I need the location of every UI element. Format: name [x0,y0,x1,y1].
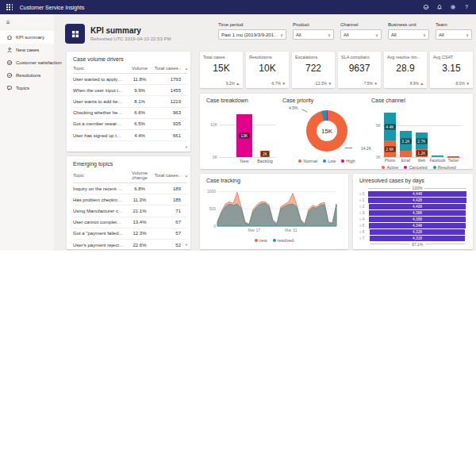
column-header: Volume change [125,171,154,180]
page-header: KPI summary Refreshed UTC 2019-04-10 22:… [65,24,171,44]
kpi-delta-text: -6.7% [271,81,281,86]
funnel-row: ≥ 74,318 [359,236,466,241]
legend-item: new [255,238,267,243]
filter-value: All [344,33,374,37]
app-body: ≡ KPI summaryNew casesCustomer satisfact… [0,14,476,251]
sidebar-item-customer-satisfaction[interactable]: Customer satisfaction [0,56,54,69]
table-row[interactable]: User's payment rejected d...22.6%52 [73,240,187,251]
sidebar-item-resolutions[interactable]: Resolutions [0,69,54,82]
kpi-label: SLA compliant [341,55,378,60]
topic-table: TopicVolume changeTotal cases↓▴Inquiry o… [73,169,187,251]
plot-area: 5K0K2.6K4.4KPhone3.1KEmail1.2K2.7KWebFac… [382,111,462,157]
topbar-icons: ? [423,4,470,10]
kpi-label: Total cases [203,55,240,60]
table-row[interactable]: Checking whether he can t...6.6%963 [73,108,187,119]
scroll-up-icon[interactable]: ▴ [181,67,187,71]
kpi-delta-text: 9.2% [226,81,235,86]
nav-collapse-icon[interactable]: ≡ [0,18,54,31]
total-cases-cell: 57 [154,231,181,236]
filter-team-dropdown[interactable]: All∨ [436,29,472,40]
filter-time-period-dropdown[interactable]: Past 1 mo (2019/3/9-2019/...∨ [218,29,286,40]
legend-label: resolved [278,238,294,243]
home-icon [6,34,13,40]
volume-cell: 12.3% [125,231,154,236]
table-row[interactable]: User wants to add items t...8.1%1219 [73,96,187,107]
table-row[interactable]: Using Manufacturer coup...21.1%71 [73,205,187,217]
help-icon[interactable]: ? [463,4,470,10]
table-row[interactable]: Got a member reward an...6.5%935 [73,119,187,130]
app-launcher-icon[interactable] [6,4,13,10]
svg-text:?: ? [465,4,468,10]
table-row[interactable]: Inquiry on the recent deal...6.8%189 [73,183,187,194]
volume-cell: 6.8% [125,186,154,191]
sidebar-item-new-cases[interactable]: New cases [0,44,54,56]
web-active-segment: 1.2K [416,149,428,157]
kpi-card-resolutions: Resolutions10K-6.7%▼ [246,52,289,88]
phone-active-segment: 2.6K [384,140,396,157]
filter-value: All [439,33,464,37]
funnel-row-label: ≥ 3 [359,211,368,215]
chart-title: Case channel [371,98,466,103]
case-tracking-chart: 10005000Mar 17Mar 31newresolved [206,186,342,243]
kpi-label: Avg resolve time (H) [387,55,424,60]
sidebar-item-kpi-summary[interactable]: KPI summary [0,31,54,44]
kpi-value: 9637 [341,63,378,74]
topic-cell: Got a "payment failed"... [73,231,125,236]
kpi-delta-text: -7.5% [363,81,373,86]
funnel-bar: 4,428 [368,198,466,203]
chart-legend: NormalLowHigh [282,159,371,163]
table-row[interactable]: Got a "payment failed"...12.3%57 [73,228,187,240]
facebook-resolved-segment [432,155,443,156]
kpi-label: Resolutions [249,55,286,60]
main-content: KPI summary Refreshed UTC 2019-04-10 22:… [54,14,476,251]
settings-icon[interactable] [450,4,456,10]
filter-channel: ChannelAll∨ [340,22,382,40]
refresh-timestamp: Refreshed UTC 2019-04-10 22:53 PM [90,36,171,41]
new-cases-icon [6,47,13,53]
kpi-delta-text: 8.9% [410,81,419,86]
table-row[interactable]: User has signed up the ne...4.4%661 [73,130,187,141]
feedback-icon[interactable] [423,4,429,10]
chevron-down-icon: ∨ [328,33,331,37]
topic-cell: User wanted to apply pro... [73,77,125,82]
scroll-up-icon[interactable]: ▴ [181,174,187,178]
filter-label: Product [293,22,334,27]
phone-resolved-segment: 4.4K [384,113,396,140]
top-app-bar: Customer Service Insights ? [0,0,476,14]
measure-label: 100% [410,186,425,190]
funnel-row: ≥ 64,328 [359,229,466,235]
funnel-row: ≥ 04,448 [359,191,466,197]
trend-down-icon: ▼ [328,82,332,86]
sidebar-item-topics[interactable]: Topics [0,82,54,94]
app-title: Customer Service Insights [20,5,416,10]
topic-cell: Using Manufacturer coup... [73,209,125,213]
kpi-card-total-cases: Total cases15K9.2%▲ [200,52,243,88]
scroll-down-icon[interactable]: ▾ [186,243,187,247]
filter-bar: Time periodPast 1 mo (2019/3/9-2019/...∨… [218,22,472,40]
bar-data-label: 4.4K [384,124,395,129]
funnel-bar-value: 4,368 [413,217,422,221]
table-row[interactable]: User wanted to apply pro...11.8%1793 [73,74,187,85]
table-row[interactable]: When the user input the c...9.9%1455 [73,85,187,96]
total-cases-cell: 189 [154,186,181,191]
legend-label: Normal [303,159,317,163]
chevron-down-icon: ∨ [466,33,469,37]
filter-channel-dropdown[interactable]: All∨ [340,29,382,40]
kpi-delta: 9.2%▲ [226,81,240,86]
table-row[interactable]: User cannot complete a p...13.4%67 [73,217,187,228]
table-row[interactable]: Has problem checking exp...11.3%185 [73,194,187,205]
notifications-icon[interactable] [436,4,443,10]
filter-value: All [391,33,421,37]
filter-business-unit-dropdown[interactable]: All∨ [388,29,429,40]
scroll-down-icon[interactable]: ▾ [186,145,187,149]
chevron-down-icon: ∨ [280,33,283,37]
volume-cell: 9.9% [125,88,154,93]
chart-title: Unresolved cases by days [359,178,466,183]
low-slice-callout: 4.5% [289,106,298,110]
sidebar-item-label: New cases [16,48,39,52]
total-cases-cell: 963 [154,110,181,115]
total-cases-cell: 71 [154,209,181,213]
total-cases-cell: 185 [154,198,181,202]
funnel-bar: 4,408 [369,204,466,209]
filter-product-dropdown[interactable]: All∨ [293,29,334,40]
